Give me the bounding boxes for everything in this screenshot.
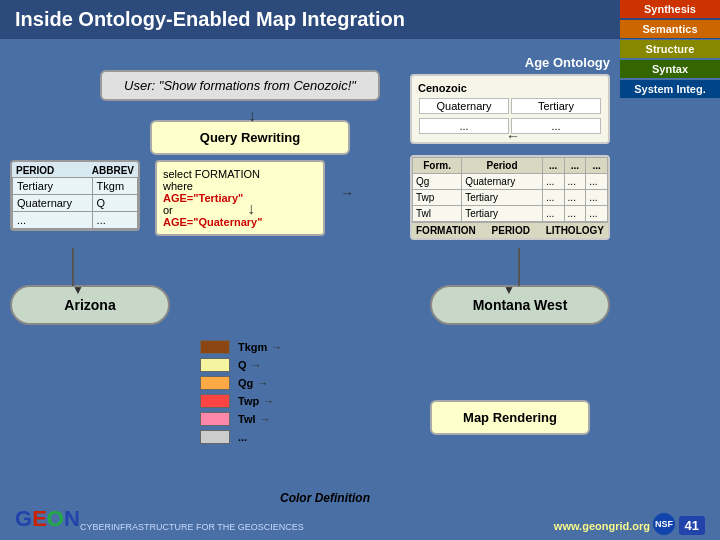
footer-lithology: LITHOLOGY	[546, 225, 604, 236]
legend-color-q	[200, 358, 230, 372]
arrow-ontology-to-query: ←	[506, 128, 520, 144]
arrow-twp: →	[263, 395, 274, 407]
th-col4: ...	[564, 158, 586, 174]
form-twl: Twl	[413, 206, 462, 222]
arrow-qg: →	[257, 377, 268, 389]
col4-2: ...	[564, 190, 586, 206]
col4-3: ...	[564, 206, 586, 222]
tab-structure[interactable]: Structure	[620, 40, 720, 58]
sql-line5: AGE="Quaternary"	[163, 216, 317, 228]
montana-box: Montana West	[430, 285, 610, 325]
period-quaternary2: Quaternary	[462, 174, 543, 190]
table-row: Twp Tertiary ... ... ...	[413, 190, 608, 206]
th-col5: ...	[586, 158, 608, 174]
arrow-query-down: ↓	[247, 200, 255, 218]
legend-color-qg	[200, 376, 230, 390]
geon-logo: GEON	[15, 506, 80, 532]
abbrev-col-label: ABBREV	[92, 165, 134, 176]
abbrev-tkgm: Tkgm	[92, 178, 137, 195]
footer-period: PERIOD	[492, 225, 530, 236]
th-period: Period	[462, 158, 543, 174]
legend-color-ellipsis	[200, 430, 230, 444]
slide: Inside Ontology-Enabled Map Integration …	[0, 0, 720, 540]
arrow-twl: →	[260, 413, 271, 425]
legend-label-twl: Twl	[238, 413, 256, 425]
formation-footer: FORMATION PERIOD LITHOLOGY	[412, 222, 608, 238]
connector-period-arizona	[72, 248, 74, 286]
legend-item-twp: Twp →	[200, 394, 360, 408]
period-ellipsis: ...	[13, 212, 93, 229]
ontology-r1c1: ...	[419, 118, 509, 134]
geon-o: O	[47, 506, 64, 531]
form-qg: Qg	[413, 174, 462, 190]
col3-2: ...	[542, 190, 564, 206]
abbrev-q: Q	[92, 195, 137, 212]
col3-3: ...	[542, 206, 564, 222]
sql-line3: AGE="Tertiary"	[163, 192, 317, 204]
legend-color-twp	[200, 394, 230, 408]
legend-item-twl: Twl →	[200, 412, 360, 426]
geon-g: G	[15, 506, 32, 531]
color-definition-label: Color Definition	[280, 491, 370, 505]
tab-semantics[interactable]: Semantics	[620, 20, 720, 38]
cyber-text: CYBERINFRASTRUCTURE FOR THE GEOSCIENCES	[80, 522, 304, 532]
formation-table: Form. Period ... ... ... Qg Quaternary .…	[410, 155, 610, 240]
period-table: PERIOD ABBREV Tertiary Tkgm Quaternary Q…	[10, 160, 140, 231]
legend-label-q: Q	[238, 359, 247, 371]
tab-synthesis[interactable]: Synthesis	[620, 0, 720, 18]
ontology-r1c2: ...	[511, 118, 601, 134]
cenozoic-label: Cenozoic	[418, 82, 467, 94]
geon-e: E	[32, 506, 47, 531]
website-url: www.geongrid.org	[554, 520, 650, 532]
period-tertiary: Tertiary	[13, 178, 93, 195]
sql-line1: select FORMATION	[163, 168, 317, 180]
formation-data-table: Form. Period ... ... ... Qg Quaternary .…	[412, 157, 608, 222]
ontology-header: Cenozoic	[418, 82, 602, 94]
formation-header-row: Form. Period ... ... ...	[413, 158, 608, 174]
footer-formation: FORMATION	[416, 225, 476, 236]
period-quaternary: Quaternary	[13, 195, 93, 212]
period-tertiary2: Tertiary	[462, 190, 543, 206]
arrow-down-formation: ▼	[503, 283, 515, 297]
page-number: 41	[679, 516, 705, 535]
query-rewriting-box: Query Rewriting	[150, 120, 350, 155]
ontology-col-headers: Quaternary Tertiary	[418, 96, 602, 116]
table-row: Qg Quaternary ... ... ...	[413, 174, 608, 190]
table-row: Twl Tertiary ... ... ...	[413, 206, 608, 222]
legend-label-tkgm: Tkgm	[238, 341, 267, 353]
table-row: Quaternary Q	[13, 195, 138, 212]
geon-n: N	[64, 506, 80, 531]
arizona-box: Arizona	[10, 285, 170, 325]
legend-color-tkgm	[200, 340, 230, 354]
col5-2: ...	[586, 190, 608, 206]
arrow-q: →	[251, 359, 262, 371]
tab-syntax[interactable]: Syntax	[620, 60, 720, 78]
legend-area: Tkgm → Q → Qg → Twp → Twl → ...	[200, 340, 360, 448]
arrow-to-formation: →	[340, 185, 354, 201]
col4-1: ...	[564, 174, 586, 190]
legend-item-q: Q →	[200, 358, 360, 372]
sql-line4: or	[163, 204, 317, 216]
col3-1: ...	[542, 174, 564, 190]
legend-label-twp: Twp	[238, 395, 259, 407]
legend-label-qg: Qg	[238, 377, 253, 389]
slide-title: Inside Ontology-Enabled Map Integration	[0, 0, 720, 39]
col5-1: ...	[586, 174, 608, 190]
period-col-label: PERIOD	[16, 165, 54, 176]
sql-query-box: select FORMATION where AGE="Tertiary" or…	[155, 160, 325, 236]
ontology-col-tertiary: Tertiary	[511, 98, 601, 114]
period-table-labels: PERIOD ABBREV	[12, 162, 138, 177]
th-col3: ...	[542, 158, 564, 174]
th-formation: Form.	[413, 158, 462, 174]
connector-formation-montana	[518, 248, 520, 286]
abbrev-ellipsis: ...	[92, 212, 137, 229]
arrow-down-period: ▼	[72, 283, 84, 297]
period-tertiary3: Tertiary	[462, 206, 543, 222]
table-row: Tertiary Tkgm	[13, 178, 138, 195]
user-query-box: User: "Show formations from Cenozoic!"	[100, 70, 380, 101]
tab-sysinteg[interactable]: System Integ.	[620, 80, 720, 98]
legend-label-ellipsis: ...	[238, 431, 247, 443]
form-twp: Twp	[413, 190, 462, 206]
arrow-tkgm: →	[271, 341, 282, 353]
age-ontology-title: Age Ontology	[410, 55, 610, 70]
